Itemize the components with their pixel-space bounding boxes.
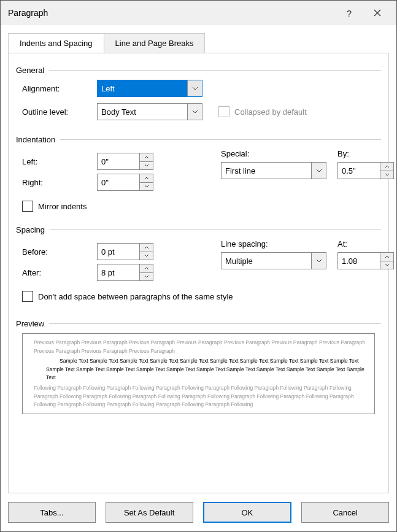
section-title: Preview — [16, 319, 44, 328]
divider — [50, 229, 381, 230]
row-outline-level: Outline level: Body Text Collapsed by de… — [22, 103, 381, 120]
spinner-up[interactable] — [380, 253, 393, 261]
chevron-up-icon — [144, 156, 149, 159]
section-general: General — [16, 66, 381, 75]
dropdown-button[interactable] — [187, 80, 202, 96]
row-mirror-indents: Mirror indents — [22, 201, 381, 212]
alignment-combo[interactable]: Left — [97, 80, 202, 97]
section-title: Indentation — [16, 135, 55, 144]
ok-button[interactable]: OK — [203, 502, 292, 523]
chevron-down-icon — [144, 254, 149, 257]
collapsed-default-checkbox: Collapsed by default — [218, 106, 307, 117]
at-spinner[interactable]: 1.08 — [337, 252, 394, 269]
row-spacing-after: After: 8 pt — [22, 264, 188, 281]
spinner-down[interactable] — [140, 272, 153, 281]
button-label: Tabs... — [40, 508, 63, 517]
alignment-value: Left — [98, 80, 187, 96]
spinner-up[interactable] — [140, 153, 153, 161]
close-button[interactable] — [363, 1, 391, 25]
chevron-up-icon — [144, 177, 149, 180]
dropdown-button[interactable] — [311, 253, 326, 269]
spacing-before-value: 0 pt — [98, 244, 139, 260]
tab-label: Indents and Spacing — [20, 39, 93, 48]
row-no-same-style-space: Don't add space between paragraphs of th… — [22, 291, 381, 302]
indent-left-label: Left: — [22, 157, 97, 166]
spinner-down[interactable] — [140, 161, 153, 170]
at-label: At: — [337, 239, 394, 249]
spacing-before-label: Before: — [22, 247, 97, 256]
spinner-arrows — [380, 163, 393, 179]
row-alignment: Alignment: Left — [22, 80, 381, 97]
tab-content: General Alignment: Left Outline level: B… — [8, 53, 389, 493]
row-indent-left: Left: 0" — [22, 153, 188, 170]
cancel-button[interactable]: Cancel — [301, 502, 389, 523]
titlebar: Paragraph ? — [1, 1, 396, 25]
spinner-down[interactable] — [140, 252, 153, 260]
spinner-arrows — [139, 174, 153, 190]
no-same-style-space-checkbox[interactable]: Don't add space between paragraphs of th… — [22, 291, 233, 302]
preview-sample: Sample Text Sample Text Sample Text Samp… — [30, 357, 367, 382]
spinner-down[interactable] — [380, 261, 393, 269]
chevron-down-icon — [144, 164, 149, 167]
line-spacing-combo[interactable]: Multiple — [221, 252, 326, 269]
tab-line-page-breaks[interactable]: Line and Page Breaks — [104, 33, 206, 53]
indent-right-value: 0" — [98, 174, 139, 190]
preview-following: Following Paragraph Following Paragraph … — [30, 384, 367, 409]
button-label: Set As Default — [124, 508, 174, 517]
section-preview: Preview — [16, 319, 381, 328]
chevron-down-icon — [316, 259, 322, 263]
checkbox-box — [22, 291, 33, 302]
spacing-before-spinner[interactable]: 0 pt — [97, 243, 153, 260]
chevron-down-icon — [144, 275, 149, 278]
line-spacing-label: Line spacing: — [221, 239, 326, 249]
preview-box: Previous Paragraph Previous Paragraph Pr… — [22, 333, 375, 414]
chevron-up-icon — [385, 165, 390, 168]
chevron-up-icon — [144, 246, 149, 249]
spacing-after-spinner[interactable]: 8 pt — [97, 264, 153, 281]
tab-label: Line and Page Breaks — [115, 39, 194, 48]
chevron-down-icon — [144, 185, 149, 188]
at-value: 1.08 — [338, 253, 380, 269]
dialog-title: Paragraph — [8, 8, 335, 18]
chevron-down-icon — [385, 173, 390, 176]
indent-right-spinner[interactable]: 0" — [97, 174, 153, 191]
close-icon — [374, 9, 381, 17]
section-title: Spacing — [16, 225, 45, 234]
row-indent-right: Right: 0" — [22, 174, 188, 191]
indent-right-label: Right: — [22, 178, 97, 187]
section-indentation: Indentation — [16, 135, 381, 144]
paragraph-dialog: Paragraph ? Indents and Spacing Line and… — [0, 0, 397, 532]
spinner-down[interactable] — [140, 182, 153, 191]
spinner-arrows — [139, 244, 153, 260]
mirror-indents-checkbox[interactable]: Mirror indents — [22, 201, 87, 212]
button-label: Cancel — [333, 508, 357, 517]
indent-left-value: 0" — [98, 153, 139, 169]
by-spinner[interactable]: 0.5" — [337, 162, 394, 179]
tab-indents-spacing[interactable]: Indents and Spacing — [8, 33, 104, 53]
collapsed-default-label: Collapsed by default — [234, 107, 307, 117]
spinner-up[interactable] — [140, 174, 153, 182]
help-button[interactable]: ? — [335, 1, 363, 25]
outline-level-combo[interactable]: Body Text — [97, 103, 202, 120]
by-label: By: — [337, 149, 394, 158]
by-value: 0.5" — [338, 163, 380, 179]
indent-left-spinner[interactable]: 0" — [97, 153, 153, 170]
spinner-arrows — [139, 264, 153, 280]
dropdown-button[interactable] — [187, 104, 202, 120]
dropdown-button[interactable] — [311, 163, 326, 179]
spinner-up[interactable] — [140, 244, 153, 252]
spinner-arrows — [380, 253, 393, 269]
special-combo[interactable]: First line — [221, 162, 326, 179]
chevron-down-icon — [192, 87, 198, 90]
tabs-button[interactable]: Tabs... — [8, 502, 96, 523]
section-title: General — [16, 66, 44, 75]
outline-level-label: Outline level: — [22, 107, 97, 117]
divider — [60, 139, 381, 140]
checkbox-box — [22, 201, 33, 212]
spinner-up[interactable] — [380, 163, 393, 171]
chevron-down-icon — [192, 110, 198, 114]
spacing-after-label: After: — [22, 268, 97, 277]
spinner-up[interactable] — [140, 264, 153, 272]
set-as-default-button[interactable]: Set As Default — [106, 502, 193, 523]
spinner-down[interactable] — [380, 171, 393, 179]
